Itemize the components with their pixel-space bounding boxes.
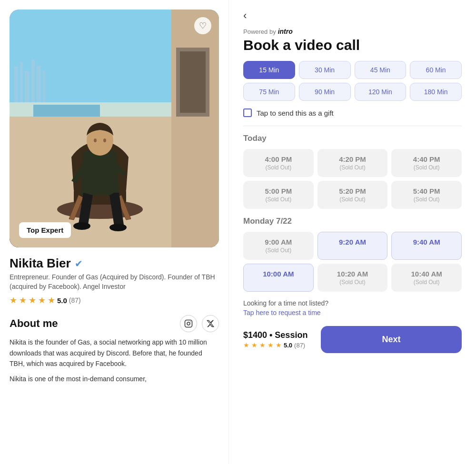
duration-btn-120-min[interactable]: 120 Min <box>355 83 407 101</box>
svg-point-18 <box>73 222 90 230</box>
price-star-2: ★ <box>251 341 258 349</box>
svg-point-19 <box>109 224 127 231</box>
twitter-button[interactable] <box>202 315 219 332</box>
today-label: Today <box>243 134 462 143</box>
powered-by-prefix: Powered by <box>243 28 276 35</box>
svg-rect-1 <box>14 67 18 105</box>
price-section: $1400 • Session ★ ★ ★ ★ ★ 5.0 (87) <box>243 330 313 349</box>
price-star-1: ★ <box>243 341 249 349</box>
profile-image-container: ♡ Top Expert <box>10 10 219 247</box>
duration-btn-45-min[interactable]: 45 Min <box>355 61 407 79</box>
gift-checkbox[interactable] <box>243 109 252 117</box>
svg-rect-20 <box>185 320 192 327</box>
rating-count: (87) <box>69 296 81 304</box>
today-slot-0[interactable]: 4:00 PM(Sold Out) <box>243 149 314 177</box>
monday-slot-3[interactable]: 10:00 AM <box>243 264 314 292</box>
duration-btn-75-min[interactable]: 75 Min <box>243 83 295 101</box>
divider <box>243 126 462 126</box>
price-rating: 5.0 <box>284 342 292 349</box>
svg-rect-8 <box>33 105 100 117</box>
star-2: ★ <box>19 295 27 306</box>
about-section: About me Nikita is the <box>10 315 219 385</box>
about-title: About me <box>10 317 58 330</box>
powered-by-brand: intro <box>278 28 293 35</box>
monday-slot-2[interactable]: 9:40 AM <box>391 232 462 260</box>
profile-name-row: Nikita Bier ✔ <box>10 256 219 271</box>
price-stars-row: ★ ★ ★ ★ ★ 5.0 (87) <box>243 341 313 349</box>
duration-grid: 15 Min30 Min45 Min60 Min75 Min90 Min120 … <box>243 61 462 101</box>
back-button[interactable]: ‹ <box>243 10 247 22</box>
right-panel: ‹ Powered by intro Book a video call 15 … <box>228 0 476 464</box>
book-title: Book a video call <box>243 37 462 53</box>
monday-slots: 9:00 AM(Sold Out)9:20 AM9:40 AM10:00 AM1… <box>243 232 462 292</box>
svg-rect-4 <box>31 59 35 105</box>
about-header: About me <box>10 315 219 332</box>
star-3: ★ <box>29 295 36 306</box>
profile-name: Nikita Bier <box>10 256 71 271</box>
gift-row: Tap to send this as a gift <box>243 109 462 117</box>
rating-row: ★ ★ ★ ★ ★ 5.0 (87) <box>10 295 219 306</box>
svg-point-21 <box>187 322 190 325</box>
duration-btn-30-min[interactable]: 30 Min <box>299 61 351 79</box>
svg-point-16 <box>94 138 97 142</box>
price-star-4: ★ <box>268 341 274 349</box>
verified-icon: ✔ <box>75 258 83 269</box>
price-review-count: (87) <box>294 342 305 349</box>
price-star-5: ★ <box>276 341 282 349</box>
duration-btn-180-min[interactable]: 180 Min <box>410 83 462 101</box>
price-label: $1400 • Session <box>243 330 313 340</box>
duration-btn-60-min[interactable]: 60 Min <box>410 61 462 79</box>
svg-rect-12 <box>180 51 206 113</box>
social-icons <box>180 315 219 332</box>
bottom-bar: $1400 • Session ★ ★ ★ ★ ★ 5.0 (87) Next <box>243 326 462 353</box>
price-star-3: ★ <box>259 341 266 349</box>
star-4: ★ <box>38 295 46 306</box>
powered-by-row: Powered by intro <box>243 28 462 35</box>
monday-slot-1[interactable]: 9:20 AM <box>317 232 388 260</box>
not-listed-text: Looking for a time not listed? <box>243 299 462 307</box>
monday-slot-0[interactable]: 9:00 AM(Sold Out) <box>243 232 314 260</box>
rating-score: 5.0 <box>57 296 67 305</box>
heart-icon: ♡ <box>199 20 207 31</box>
about-text-1: Nikita is the founder of Gas, a social n… <box>10 337 219 369</box>
profile-title: Entrepreneur. Founder of Gas (Acquired b… <box>10 273 219 291</box>
favorite-button[interactable]: ♡ <box>194 17 211 34</box>
svg-point-22 <box>190 321 191 322</box>
svg-rect-10 <box>171 10 219 247</box>
today-slot-4[interactable]: 5:20 PM(Sold Out) <box>317 181 388 209</box>
svg-rect-3 <box>25 71 30 105</box>
duration-btn-15-min[interactable]: 15 Min <box>243 61 295 79</box>
svg-point-17 <box>103 138 106 142</box>
svg-rect-5 <box>37 66 41 105</box>
duration-btn-90-min[interactable]: 90 Min <box>299 83 351 101</box>
star-5: ★ <box>48 295 55 306</box>
today-slot-3[interactable]: 5:00 PM(Sold Out) <box>243 181 314 209</box>
today-slot-2[interactable]: 4:40 PM(Sold Out) <box>391 149 462 177</box>
next-button[interactable]: Next <box>321 326 462 353</box>
today-slot-1[interactable]: 4:20 PM(Sold Out) <box>317 149 388 177</box>
profile-photo <box>10 10 219 247</box>
today-slot-5[interactable]: 5:40 PM(Sold Out) <box>391 181 462 209</box>
monday-label: Monday 7/22 <box>243 217 462 226</box>
today-slots: 4:00 PM(Sold Out)4:20 PM(Sold Out)4:40 P… <box>243 149 462 209</box>
left-panel: ♡ Top Expert Nikita Bier ✔ Entrepreneur.… <box>0 0 228 464</box>
request-time-link[interactable]: Tap here to request a time <box>243 309 462 316</box>
monday-slot-5[interactable]: 10:40 AM(Sold Out) <box>391 264 462 292</box>
instagram-button[interactable] <box>180 315 197 332</box>
gift-label: Tap to send this as a gift <box>257 109 334 117</box>
star-1: ★ <box>10 295 17 306</box>
about-text-2: Nikita is one of the most in-demand cons… <box>10 374 219 384</box>
monday-slot-4[interactable]: 10:20 AM(Sold Out) <box>317 264 388 292</box>
svg-rect-6 <box>43 70 45 105</box>
top-expert-badge: Top Expert <box>19 222 71 238</box>
svg-rect-2 <box>20 62 23 105</box>
